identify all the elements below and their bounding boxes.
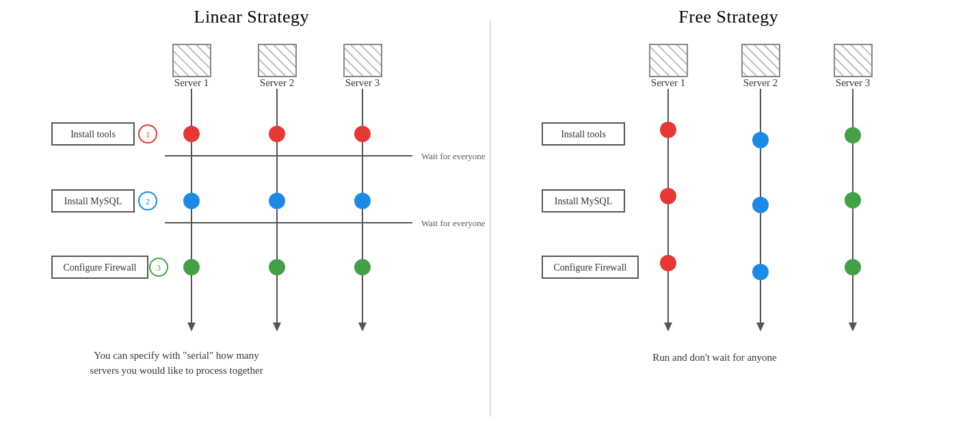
free-server3-icon [834, 44, 872, 77]
free-s1-task2-dot [660, 188, 676, 204]
linear-strategy-title: Linear Strategy [194, 7, 310, 27]
linear-server3-label: Server 3 [345, 77, 380, 88]
linear-footer-line1: You can specify with "serial" how many [94, 350, 259, 361]
linear-s2-task3-dot [269, 259, 285, 275]
free-server1-arrow [664, 323, 672, 331]
linear-server2-icon [259, 44, 296, 77]
free-server1-icon [650, 44, 687, 77]
free-s1-task3-dot [660, 255, 676, 271]
free-s3-task1-dot [845, 127, 861, 143]
free-server2-icon [742, 44, 780, 77]
free-strategy-panel: Free Strategy Server 1 Server 2 Server 3 [491, 7, 967, 431]
free-diagram-svg: Server 1 Server 2 Server 3 Install tools… [530, 34, 927, 389]
free-server3-arrow [849, 323, 857, 331]
linear-server2-label: Server 2 [260, 77, 294, 88]
free-footer: Run and don't wait for anyone [653, 352, 778, 363]
free-s2-task2-dot [752, 197, 769, 213]
free-task2-label: Install MySQL [555, 196, 612, 206]
free-server2-label: Server 2 [743, 77, 778, 88]
free-s3-task3-dot [845, 259, 861, 275]
free-s1-task1-dot [660, 122, 676, 138]
free-s2-task3-dot [752, 264, 769, 280]
free-strategy-title: Free Strategy [678, 7, 778, 27]
linear-s1-task3-dot [183, 259, 200, 275]
free-server3-label: Server 3 [836, 77, 870, 88]
linear-server1-icon [173, 44, 211, 77]
linear-strategy-panel: Linear Strategy Server 1 Server 2 Server… [14, 7, 490, 431]
linear-footer-line2: servers you would like to process togeth… [90, 365, 263, 376]
free-task3-label: Configure Firewall [554, 262, 627, 273]
linear-task1-label: Install tools [70, 129, 116, 139]
linear-step3-num: 3 [157, 263, 161, 273]
linear-server1-label: Server 1 [174, 77, 209, 88]
linear-s1-task2-dot [183, 193, 200, 209]
linear-s3-task2-dot [354, 193, 371, 209]
linear-s3-task1-dot [354, 126, 371, 142]
linear-server1-arrow [187, 323, 196, 331]
linear-server3-arrow [358, 323, 367, 331]
linear-step2-num: 2 [146, 197, 150, 206]
linear-s2-task2-dot [269, 193, 285, 209]
linear-s2-task1-dot [269, 126, 285, 142]
free-s2-task1-dot [752, 132, 769, 148]
linear-s3-task3-dot [354, 259, 371, 275]
linear-task2-label: Install MySQL [64, 196, 122, 206]
linear-server2-arrow [273, 323, 281, 331]
free-server1-label: Server 1 [651, 77, 685, 88]
linear-task3-label: Configure Firewall [63, 262, 136, 273]
free-s3-task2-dot [845, 192, 861, 208]
linear-step1-num: 1 [146, 130, 150, 139]
linear-server3-icon [344, 44, 382, 77]
linear-diagram-svg: Server 1 Server 2 Server 3 Install tools [40, 34, 464, 389]
free-task1-label: Install tools [561, 129, 606, 139]
linear-s1-task1-dot [183, 126, 200, 142]
free-server2-arrow [756, 323, 765, 331]
linear-wait1-label: Wait for everyone [421, 151, 486, 161]
linear-wait2-label: Wait for everyone [421, 218, 486, 228]
